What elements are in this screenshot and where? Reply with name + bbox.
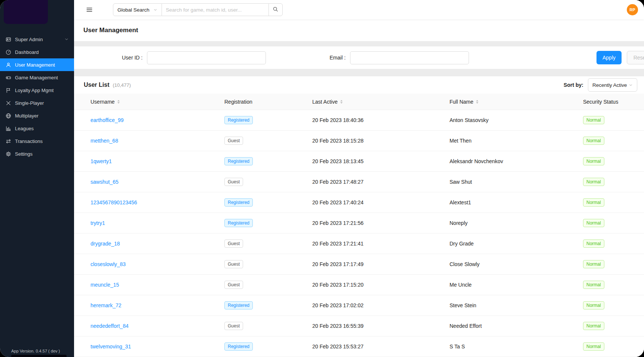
globe-icon bbox=[5, 113, 11, 119]
registration-badge: Guest bbox=[224, 260, 243, 268]
sidebar-item-super-admin[interactable]: Super Admin bbox=[0, 33, 74, 46]
last-active-cell: 20 Feb 2023 17:17:49 bbox=[306, 254, 444, 274]
column-label: Security Status bbox=[583, 99, 618, 105]
main-content: Global Search RP User Management bbox=[74, 0, 644, 357]
search-scope-select[interactable]: Global Search bbox=[113, 3, 162, 16]
full-name-cell: Met Then bbox=[444, 131, 577, 151]
sort-select[interactable]: Recently Active bbox=[588, 78, 637, 92]
table-row: sawshut_65 Guest 20 Feb 2023 17:48:27 Sa… bbox=[74, 172, 644, 192]
registration-badge: Guest bbox=[224, 322, 243, 330]
email-input[interactable] bbox=[350, 51, 469, 64]
reset-button[interactable]: Reset bbox=[627, 51, 644, 64]
sidebar-item-transactions[interactable]: Transactions bbox=[0, 135, 74, 147]
user-list-card: User List (10,477) Sort by: Recently Act… bbox=[74, 76, 644, 357]
security-badge: Normal bbox=[583, 281, 604, 289]
security-badge: Normal bbox=[583, 260, 604, 268]
sidebar-item-label: Settings bbox=[15, 151, 33, 157]
column-header-username[interactable]: Username bbox=[85, 94, 218, 110]
user-table-body: earthoffice_99 Registered 20 Feb 2023 18… bbox=[74, 110, 644, 357]
registration-badge: Registered bbox=[224, 198, 253, 207]
sort-carets-icon bbox=[476, 100, 478, 104]
list-title-group: User List (10,477) bbox=[84, 82, 131, 88]
sidebar-item-label: User Management bbox=[15, 62, 55, 68]
sort-value: Recently Active bbox=[592, 82, 627, 88]
app-window: Super Admin Dashboard User Management bbox=[0, 0, 644, 357]
username-link[interactable]: closeslowly_83 bbox=[91, 261, 126, 267]
avatar-initials: RP bbox=[629, 7, 635, 12]
sidebar-item-label: Loyalty App Mgmt bbox=[15, 88, 53, 93]
column-header-last-active[interactable]: Last Active bbox=[306, 94, 444, 110]
full-name-cell: Noreply bbox=[444, 213, 577, 233]
sidebar-item-label: Single-Player bbox=[15, 100, 44, 106]
username-link[interactable]: twelvemoving_31 bbox=[91, 344, 131, 350]
column-label: Registration bbox=[224, 99, 252, 105]
full-name-cell: Dry Grade bbox=[444, 234, 577, 254]
last-active-cell: 20 Feb 2023 17:02:02 bbox=[306, 295, 444, 315]
registration-badge: Registered bbox=[224, 301, 253, 309]
sidebar-item-settings[interactable]: Settings bbox=[0, 147, 74, 160]
global-search-group: Global Search bbox=[113, 3, 283, 16]
table-row: trytry1 Registered 20 Feb 2023 17:21:56 … bbox=[74, 213, 644, 234]
last-active-cell: 20 Feb 2023 18:13:45 bbox=[306, 151, 444, 171]
chevron-down-icon bbox=[64, 37, 69, 42]
sidebar-item-label: Super Admin bbox=[15, 37, 43, 42]
crossed-swords-icon bbox=[5, 100, 11, 106]
sidebar-item-user-management[interactable]: User Management bbox=[0, 58, 74, 71]
gear-icon bbox=[5, 151, 11, 157]
last-active-cell: 20 Feb 2023 17:40:24 bbox=[306, 192, 444, 213]
app-logo bbox=[4, 0, 48, 24]
full-name-cell: Me Uncle bbox=[444, 275, 577, 295]
sidebar-item-leagues[interactable]: Leagues bbox=[0, 122, 74, 135]
username-link[interactable]: meuncle_15 bbox=[91, 282, 119, 288]
sort-by-label: Sort by: bbox=[564, 82, 583, 88]
username-link[interactable]: 1qwerty1 bbox=[91, 158, 112, 164]
user-id-label: User ID : bbox=[122, 55, 142, 61]
username-link[interactable]: metthen_68 bbox=[91, 138, 118, 144]
gamepad-icon bbox=[5, 74, 11, 80]
sidebar-item-multiplayer[interactable]: Multiplayer bbox=[0, 109, 74, 122]
column-label: Username bbox=[91, 99, 115, 105]
table-row: twelvemoving_31 Registered 20 Feb 2023 1… bbox=[74, 336, 644, 357]
username-link[interactable]: earthoffice_99 bbox=[91, 117, 123, 123]
page-title: User Management bbox=[83, 27, 138, 34]
registration-badge: Guest bbox=[224, 239, 243, 248]
registration-badge: Registered bbox=[224, 157, 253, 165]
security-badge: Normal bbox=[583, 137, 604, 145]
registration-badge: Registered bbox=[224, 342, 253, 351]
sidebar-item-dashboard[interactable]: Dashboard bbox=[0, 46, 74, 58]
sidebar-item-loyalty-app-mgmt[interactable]: Loyalty App Mgmt bbox=[0, 84, 74, 97]
sidebar-item-label: Dashboard bbox=[15, 49, 39, 55]
apply-button[interactable]: Apply bbox=[597, 51, 622, 64]
full-name-cell: Saw Shut bbox=[444, 172, 577, 192]
sidebar-nav: Super Admin Dashboard User Management bbox=[0, 33, 74, 160]
avatar[interactable]: RP bbox=[627, 4, 638, 15]
sidebar-item-label: Multiplayer bbox=[15, 113, 39, 119]
user-id-input[interactable] bbox=[147, 51, 266, 64]
username-link[interactable]: neededeffort_84 bbox=[91, 323, 129, 329]
last-active-cell: 20 Feb 2023 17:48:27 bbox=[306, 172, 444, 192]
table-row: closeslowly_83 Guest 20 Feb 2023 17:17:4… bbox=[74, 254, 644, 275]
list-title: User List bbox=[84, 82, 109, 88]
menu-toggle-button[interactable] bbox=[85, 5, 94, 15]
search-button[interactable] bbox=[269, 3, 283, 16]
sidebar-item-game-management[interactable]: Game Management bbox=[0, 71, 74, 84]
full-name-cell: Alextest1 bbox=[444, 192, 577, 213]
username-link[interactable]: sawshut_65 bbox=[91, 179, 119, 185]
username-link[interactable]: drygrade_18 bbox=[91, 241, 120, 247]
sidebar-item-single-player[interactable]: Single-Player bbox=[0, 97, 74, 109]
topbar: Global Search RP bbox=[74, 0, 644, 19]
column-header-full-name[interactable]: Full Name bbox=[444, 94, 577, 110]
email-field: Email : bbox=[329, 51, 469, 64]
full-name-cell: Close Slowly bbox=[444, 254, 577, 274]
username-link[interactable]: heremark_72 bbox=[91, 302, 122, 308]
flag-icon bbox=[5, 87, 11, 93]
last-active-cell: 20 Feb 2023 15:53:27 bbox=[306, 336, 444, 357]
column-header-security-status: Security Status bbox=[577, 94, 644, 110]
search-input[interactable] bbox=[162, 3, 269, 16]
table-row: 1234567890123456 Registered 20 Feb 2023 … bbox=[74, 192, 644, 213]
chevron-down-icon bbox=[153, 8, 157, 12]
username-link[interactable]: 1234567890123456 bbox=[91, 199, 137, 205]
table-row: metthen_68 Guest 20 Feb 2023 18:15:28 Me… bbox=[74, 131, 644, 151]
security-badge: Normal bbox=[583, 178, 604, 186]
username-link[interactable]: trytry1 bbox=[91, 220, 105, 226]
